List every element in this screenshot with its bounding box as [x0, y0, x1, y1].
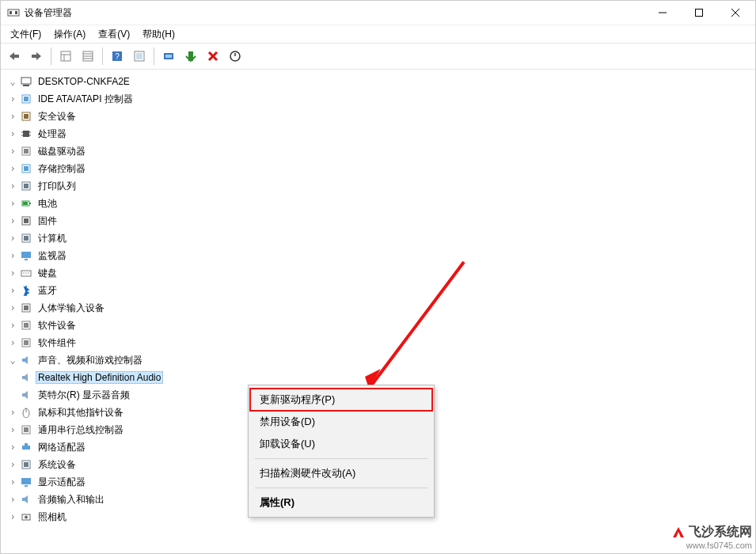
svg-point-55 [28, 272, 28, 273]
category-security[interactable]: ›安全设备 [7, 108, 755, 125]
category-swdev[interactable]: ›软件设备 [7, 317, 755, 334]
back-button[interactable] [4, 46, 25, 66]
category-sound[interactable]: ⌄声音、视频和游戏控制器 [7, 351, 755, 369]
svg-rect-66 [22, 446, 30, 450]
menu-action[interactable]: 操作(A) [47, 26, 92, 43]
svg-rect-67 [25, 443, 28, 446]
disable-button[interactable] [225, 46, 245, 66]
root-node[interactable]: ⌄ DESKTOP-CNKFA2E [7, 73, 755, 90]
chevron-right-icon[interactable]: › [7, 111, 18, 122]
ctx-properties[interactable]: 属性(R) [250, 491, 432, 514]
svg-point-53 [23, 272, 24, 273]
category-cpu[interactable]: ›处理器 [7, 125, 755, 142]
menu-file[interactable]: 文件(F) [4, 26, 47, 43]
category-firmware[interactable]: ›固件 [7, 212, 755, 230]
minimize-button[interactable] [644, 1, 681, 25]
svg-rect-42 [24, 184, 28, 188]
chevron-right-icon[interactable]: › [7, 459, 18, 470]
title-bar: 设备管理器 [1, 1, 755, 25]
category-hid[interactable]: ›人体学输入设备 [7, 299, 755, 317]
svg-rect-19 [136, 53, 142, 59]
chevron-right-icon[interactable]: › [7, 285, 18, 296]
forward-button[interactable] [26, 46, 47, 66]
chevron-right-icon[interactable]: › [7, 320, 18, 331]
category-label: 安全设备 [36, 109, 78, 124]
update-driver-button[interactable] [180, 46, 201, 66]
watermark-brand: 飞沙系统网 [689, 524, 752, 541]
maximize-button[interactable] [681, 1, 717, 25]
svg-point-73 [25, 516, 28, 519]
category-label: 蓝牙 [36, 283, 59, 298]
chevron-right-icon[interactable]: › [7, 180, 18, 192]
ctx-update[interactable]: 更新驱动程序(P) [250, 389, 432, 411]
close-button[interactable] [717, 1, 754, 25]
svg-text:?: ? [115, 52, 120, 61]
category-storage[interactable]: ›存储控制器 [7, 160, 755, 177]
device-realtek[interactable]: Realtek High Definition Audio [7, 369, 755, 386]
svg-rect-47 [24, 218, 28, 223]
chevron-right-icon[interactable]: › [7, 128, 18, 139]
chevron-right-icon[interactable]: › [7, 494, 18, 505]
chevron-right-icon[interactable]: › [7, 198, 18, 209]
chevron-right-icon[interactable]: › [7, 233, 18, 244]
category-battery[interactable]: ›电池 [7, 195, 755, 212]
help-button[interactable]: ? [107, 46, 127, 66]
watermark-url: www.fs0745.com [671, 541, 752, 550]
chevron-right-icon[interactable]: › [7, 424, 18, 435]
device-label: Realtek High Definition Audio [36, 371, 163, 384]
chevron-right-icon[interactable]: › [7, 146, 18, 157]
category-print[interactable]: ›打印队列 [7, 177, 755, 195]
category-disk[interactable]: ›磁盘驱动器 [7, 142, 755, 160]
swdev-icon [20, 319, 32, 332]
mouse-icon [20, 406, 32, 419]
category-label: 固件 [36, 214, 59, 229]
show-hide-tree-button[interactable] [55, 46, 76, 66]
category-label: IDE ATA/ATAPI 控制器 [36, 92, 135, 107]
battery-icon [20, 197, 32, 210]
scan-hardware-button[interactable] [158, 46, 179, 66]
context-menu: 更新驱动程序(P)禁用设备(D)卸载设备(U)扫描检测硬件改动(A)属性(R) [248, 385, 435, 518]
chevron-right-icon[interactable]: › [7, 442, 18, 453]
svg-rect-4 [696, 9, 703, 17]
chevron-down-icon[interactable]: ⌄ [7, 355, 18, 366]
chevron-right-icon[interactable]: › [7, 268, 18, 279]
category-label: 通用串行总线控制器 [36, 423, 126, 438]
properties-button[interactable] [78, 46, 98, 66]
svg-rect-26 [21, 78, 31, 84]
speaker-icon [20, 389, 32, 401]
category-ide[interactable]: ›IDE ATA/ATAPI 控制器 [7, 90, 755, 108]
category-computer[interactable]: ›计算机 [7, 230, 755, 247]
category-bluetooth[interactable]: ›蓝牙 [7, 282, 755, 299]
chevron-right-icon[interactable]: › [7, 250, 18, 261]
system-icon [20, 458, 32, 471]
menu-view[interactable]: 查看(V) [92, 26, 136, 43]
category-label: 打印队列 [36, 179, 78, 194]
action-button[interactable] [129, 46, 150, 66]
ctx-disable[interactable]: 禁用设备(D) [250, 411, 432, 433]
menu-help[interactable]: 帮助(H) [136, 26, 181, 43]
chevron-right-icon[interactable]: › [7, 337, 18, 348]
chevron-right-icon[interactable]: › [7, 476, 18, 488]
chevron-right-icon[interactable]: › [7, 93, 18, 104]
svg-rect-2 [15, 11, 17, 14]
category-keyboard[interactable]: ›键盘 [7, 264, 755, 282]
chevron-right-icon[interactable]: › [7, 511, 18, 522]
app-icon [7, 6, 20, 19]
chevron-right-icon[interactable]: › [7, 302, 18, 313]
display-icon [20, 476, 32, 488]
svg-rect-8 [32, 55, 36, 58]
svg-rect-70 [21, 478, 31, 484]
ctx-uninstall[interactable]: 卸载设备(U) [250, 433, 432, 455]
category-monitor[interactable]: ›监视器 [7, 247, 755, 264]
chevron-down-icon[interactable]: ⌄ [7, 76, 18, 87]
chevron-right-icon[interactable]: › [7, 215, 18, 226]
category-label: 磁盘驱动器 [36, 144, 88, 159]
chevron-right-icon[interactable]: › [7, 407, 18, 418]
computer-icon [20, 75, 32, 88]
uninstall-button[interactable] [203, 46, 223, 66]
ctx-scan[interactable]: 扫描检测硬件改动(A) [250, 462, 432, 484]
category-swcomp[interactable]: ›软件组件 [7, 334, 755, 351]
chevron-right-icon[interactable]: › [7, 163, 18, 174]
speaker-icon [20, 371, 32, 384]
category-label: 处理器 [36, 127, 69, 142]
